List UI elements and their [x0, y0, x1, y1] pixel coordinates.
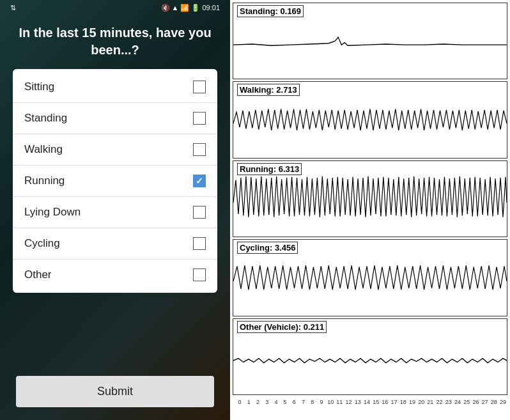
x-label-5: 5	[281, 399, 290, 405]
question-text: In the last 15 minutes, have you been...…	[13, 24, 217, 59]
option-label-standing: Standing	[24, 112, 67, 125]
x-label-4: 4	[272, 399, 281, 405]
option-lying-down[interactable]: Lying Down	[13, 197, 217, 228]
option-cycling[interactable]: Cycling	[13, 228, 217, 260]
option-label-cycling: Cycling	[24, 237, 60, 250]
checkbox-sitting[interactable]	[193, 81, 206, 93]
x-label-16: 16	[380, 399, 389, 405]
x-label-11: 11	[335, 399, 344, 405]
x-label-19: 19	[408, 399, 417, 405]
option-sitting[interactable]: Sitting	[13, 72, 217, 103]
x-label-10: 10	[326, 399, 335, 405]
x-label-6: 6	[290, 399, 298, 405]
chart-walking: Walking: 2.713	[233, 81, 507, 158]
checkbox-walking[interactable]	[193, 143, 206, 156]
option-label-sitting: Sitting	[24, 81, 54, 93]
chart-label-cycling: Cycling: 3.456	[237, 242, 298, 254]
chart-running: Running: 6.313	[233, 160, 507, 237]
x-label-23: 23	[444, 399, 453, 405]
option-walking[interactable]: Walking	[13, 134, 217, 166]
option-standing[interactable]: Standing	[13, 103, 217, 134]
x-label-3: 3	[263, 399, 272, 405]
option-label-walking: Walking	[24, 143, 63, 156]
option-label-other: Other	[24, 268, 52, 281]
x-label-27: 27	[480, 399, 489, 405]
x-label-14: 14	[362, 399, 371, 405]
chart-label-standing: Standing: 0.169	[237, 5, 304, 17]
checkbox-other[interactable]	[193, 268, 206, 281]
right-panel: Standing: 0.169 Walking: 2.713 Running: …	[230, 0, 510, 420]
x-label-26: 26	[471, 399, 480, 405]
x-label-8: 8	[308, 399, 317, 405]
option-running[interactable]: Running	[13, 166, 217, 197]
x-label-15: 15	[371, 399, 380, 405]
time-display: 09:01	[202, 4, 220, 12]
x-label-25: 25	[462, 399, 471, 405]
status-bar: ⇅ 🔇 ▲ 📶 🔋 09:01	[6, 0, 224, 15]
option-label-running: Running	[24, 175, 65, 187]
x-label-13: 13	[353, 399, 362, 405]
left-panel: ⇅ 🔇 ▲ 📶 🔋 09:01 In the last 15 minutes, …	[0, 0, 230, 420]
mute-icon: 🔇	[161, 4, 170, 12]
x-label-17: 17	[389, 399, 398, 405]
submit-button[interactable]: Submit	[16, 376, 214, 407]
network-icon: 📶	[180, 4, 189, 12]
checkbox-lying-down[interactable]	[193, 206, 206, 219]
x-label-29: 29	[498, 399, 507, 405]
x-label-0: 0	[235, 399, 244, 405]
checkbox-cycling[interactable]	[193, 237, 206, 250]
option-other[interactable]: Other	[13, 260, 217, 290]
chart-cycling: Cycling: 3.456	[233, 239, 507, 316]
checkbox-standing[interactable]	[193, 112, 206, 125]
x-axis-labels: 0 1 2 3 4 5 6 7 8 9 10 11 12 13 14 15 16…	[233, 397, 507, 407]
battery-icon: 🔋	[191, 4, 200, 12]
x-label-21: 21	[426, 399, 435, 405]
x-label-20: 20	[417, 399, 426, 405]
signal-icon: ⇅	[10, 4, 16, 12]
chart-label-running: Running: 6.313	[237, 163, 302, 175]
x-label-18: 18	[399, 399, 408, 405]
checkbox-running[interactable]	[193, 175, 206, 187]
x-label-9: 9	[317, 399, 326, 405]
chart-other-vehicle: Other (Vehicle): 0.211	[233, 318, 507, 395]
chart-label-walking: Walking: 2.713	[237, 84, 300, 96]
wifi-icon: ▲	[172, 4, 179, 12]
options-card: Sitting Standing Walking Running Lying D…	[13, 69, 217, 293]
x-label-7: 7	[298, 399, 307, 405]
x-label-24: 24	[453, 399, 462, 405]
status-right: 🔇 ▲ 📶 🔋 09:01	[161, 4, 220, 12]
x-label-12: 12	[344, 399, 353, 405]
chart-label-other-vehicle: Other (Vehicle): 0.211	[237, 321, 327, 333]
x-label-1: 1	[244, 399, 253, 405]
x-label-28: 28	[490, 399, 498, 405]
chart-standing: Standing: 0.169	[233, 3, 507, 79]
status-left: ⇅	[10, 4, 16, 12]
x-label-22: 22	[435, 399, 444, 405]
option-label-lying-down: Lying Down	[24, 206, 81, 219]
x-label-2: 2	[253, 399, 262, 405]
